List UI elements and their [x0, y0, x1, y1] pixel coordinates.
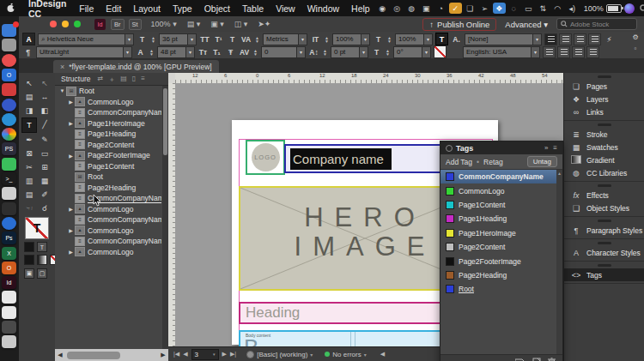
preflight-status[interactable]: No errors ▾	[325, 351, 366, 358]
normal-view-button[interactable]: ▣	[24, 268, 34, 279]
autotag-icon[interactable]	[515, 358, 526, 361]
gradient-feather-tool[interactable]: ▦	[37, 174, 52, 188]
dock-app-blue[interactable]	[2, 217, 16, 230]
structure-item-page1heroimage[interactable]: ▶▴Page1HeroImage	[55, 118, 161, 129]
expander-icon[interactable]: ▶	[67, 120, 75, 126]
content-collector-tool[interactable]: ◨	[21, 104, 37, 117]
dock-app-dark2[interactable]	[2, 321, 16, 334]
zoom-window-button[interactable]	[74, 21, 81, 27]
dock-item-layers[interactable]: ❖Layers	[564, 93, 644, 105]
close-window-button[interactable]	[50, 21, 57, 27]
paragraph-formatting-icon[interactable]: ¶	[22, 46, 33, 57]
previous-page-button[interactable]: ◀	[183, 351, 187, 358]
align-group-top-4[interactable]	[588, 33, 601, 45]
dock-app-firefox[interactable]	[2, 99, 16, 111]
expander-icon[interactable]: ▶	[67, 99, 75, 105]
tag-item-root[interactable]: Root	[440, 282, 556, 296]
menu-help[interactable]: Help	[345, 3, 376, 14]
panel-grip[interactable]	[598, 184, 611, 187]
dock-item-paragraph-styles[interactable]: ¶Paragraph Styles	[564, 224, 644, 237]
scroll-left-icon[interactable]: ◀	[55, 352, 65, 358]
baseline-stepper[interactable]: ▲▼	[322, 47, 328, 57]
logo-frame[interactable]: LOGO	[246, 140, 285, 175]
menu-file[interactable]: File	[73, 3, 100, 14]
arrange-docs-icon[interactable]: ◫ ▾	[234, 20, 248, 28]
tag-item-page1heading[interactable]: Page1Heading	[440, 212, 556, 226]
baseline-select[interactable]: 0 pt▾	[331, 46, 368, 58]
panel-grip[interactable]	[598, 242, 611, 244]
dock-trash[interactable]	[2, 335, 16, 348]
menu-edit[interactable]: Edit	[100, 3, 127, 14]
structure-item-commoncompanyname[interactable]: ≡CommonCompanyName	[55, 193, 161, 204]
dock-item-cc-libraries[interactable]: ◍CC Libraries	[564, 166, 644, 179]
character-formatting-icon[interactable]: A	[22, 33, 35, 45]
panel-grip[interactable]	[598, 220, 611, 222]
dock-app-chrome[interactable]	[2, 128, 16, 141]
formatting-affects-text-button[interactable]: T	[37, 242, 47, 252]
titlebar-br-button[interactable]: Br	[111, 19, 125, 30]
page-tool[interactable]: ▤	[21, 90, 37, 104]
dock-item-stroke[interactable]: ≣Stroke	[564, 128, 644, 141]
panel-grip[interactable]	[598, 75, 611, 78]
dock-app-dark[interactable]	[2, 202, 16, 215]
workspace-switcher[interactable]: Advanced ▾	[505, 20, 548, 29]
titlebar-st-button[interactable]: St	[129, 19, 142, 30]
tags-vertical-scrollbar[interactable]: ▴	[556, 170, 562, 354]
new-tag-icon[interactable]	[532, 358, 541, 361]
pen-tool[interactable]: ✒	[21, 133, 37, 147]
dock-item-links[interactable]: ∞Links	[564, 105, 644, 118]
structure-vertical-scrollbar[interactable]	[162, 86, 168, 349]
dropbox-icon[interactable]: ❖	[493, 3, 506, 14]
horizontal-scale-icon[interactable]: T	[373, 33, 384, 45]
next-page-button[interactable]: ▶	[222, 351, 227, 358]
font-family-select[interactable]: ⌕ Helvetica Neue▾	[38, 33, 134, 45]
keychain-icon[interactable]: ◌	[507, 3, 520, 14]
tracking-select[interactable]: 0▾	[261, 46, 306, 58]
expander-icon[interactable]: ▶	[67, 249, 75, 255]
note-tool[interactable]: ▤	[21, 188, 37, 202]
font-size-icon[interactable]: T	[137, 33, 148, 45]
language-select[interactable]: English: USA▾	[463, 46, 540, 58]
type-tool[interactable]: T	[21, 117, 37, 133]
vertical-scale-select[interactable]: 100%▾	[332, 33, 370, 45]
vertical-scale-icon[interactable]: IT	[310, 33, 321, 45]
align-group-bottom-3[interactable]	[572, 46, 585, 58]
expander-icon[interactable]: ▶	[67, 206, 75, 212]
menu-table[interactable]: Table	[236, 3, 270, 14]
direct-selection-tool[interactable]: ↖	[37, 76, 52, 90]
superscript-icon[interactable]: T¹	[213, 33, 224, 45]
scroll-thumb[interactable]	[67, 352, 120, 359]
tag-item-commonlogo[interactable]: CommonLogo	[440, 184, 556, 197]
dock-doc-2[interactable]	[2, 306, 16, 319]
panel-grip[interactable]	[598, 264, 611, 267]
tag-item-page2heading[interactable]: Page2Heading	[440, 268, 556, 282]
structure-horizontal-scrollbar[interactable]: ◀ ▶	[55, 349, 168, 361]
panel-grip[interactable]	[598, 123, 611, 126]
gradient-swatch-tool[interactable]: ▥	[21, 174, 37, 188]
add-element-icon[interactable]: ＋	[108, 75, 115, 84]
apply-color-button[interactable]	[24, 255, 34, 265]
expander-icon[interactable]: ▶	[67, 153, 75, 159]
menu-object[interactable]: Object	[198, 3, 236, 14]
close-tab-icon[interactable]: ×	[60, 63, 64, 71]
structure-item-page1heading[interactable]: ≡Page1Heading	[55, 129, 161, 140]
time-machine-icon[interactable]: ◔	[434, 3, 447, 14]
document-tab[interactable]: × *flyer-template.indd @ 100% [GPU Previ…	[53, 60, 219, 73]
apple-menu[interactable]	[0, 3, 21, 15]
structure-item-commoncompanyname[interactable]: ≡CommonCompanyName	[55, 236, 161, 247]
menu-type[interactable]: Type	[167, 3, 198, 14]
preflight-menu[interactable]: [Basic] (working) ▾	[246, 351, 313, 358]
tag-item-page1content[interactable]: Page1Content	[440, 198, 556, 212]
delete-element-icon[interactable]: ▯	[132, 75, 136, 84]
dock-item-object-styles[interactable]: ❑Object Styles	[564, 202, 644, 214]
stock-search-input[interactable]: Adobe Stock	[556, 18, 637, 30]
panel-corner-controls[interactable]: ⚙▫	[629, 33, 642, 57]
leading-icon[interactable]: A	[135, 46, 146, 57]
dock-app-terminal[interactable]: >_	[2, 172, 16, 185]
scissors-tool[interactable]: ✂	[21, 160, 37, 174]
validate-structure-icon[interactable]: ⇄	[98, 75, 104, 84]
kerning-icon[interactable]: VA	[240, 33, 252, 45]
strikethrough-icon[interactable]: Ŧ	[225, 46, 236, 57]
fill-color-swatch[interactable]: T	[25, 217, 49, 239]
battery-indicator[interactable]: 100%	[584, 4, 622, 13]
